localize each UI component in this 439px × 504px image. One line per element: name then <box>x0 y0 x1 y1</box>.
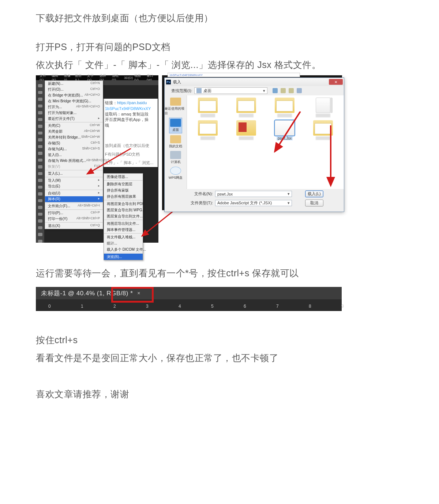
newfolder-icon[interactable] <box>289 88 294 93</box>
file-dialog-screenshot: 1bSPucTx94FD8WKrxXY Ps 载入 ✕ 查找范围(I): 桌面 … <box>162 75 342 210</box>
tool-button[interactable] <box>38 111 42 114</box>
sidebar-item-docs[interactable]: 我的文档 <box>169 135 182 149</box>
ps-toolbar <box>36 80 45 243</box>
script-submenu-item[interactable]: 载入多个 DICOM 文件... <box>104 246 143 253</box>
file-menu-item[interactable]: 退出(X)Ctrl+Q <box>45 223 103 229</box>
file-menu-item[interactable]: 打开为智能对象... <box>45 110 103 116</box>
script-submenu-item[interactable]: 图层复合导出到文件... <box>104 213 143 219</box>
back-icon[interactable] <box>273 88 278 93</box>
file-menu-item[interactable]: 在 Bridge 中浏览(B)...Alt+Ctrl+O <box>45 92 103 98</box>
ps-logo-icon: Ps <box>166 80 171 84</box>
file-menu-item[interactable]: 关闭(C)Ctrl+W <box>45 123 103 129</box>
tool-button[interactable] <box>38 165 42 168</box>
tool-button[interactable] <box>38 226 42 230</box>
file-menu-item[interactable]: 在 Mini Bridge 中浏览(G)... <box>45 98 103 104</box>
file-menu-item[interactable]: 打印(P)...Ctrl+P <box>45 210 103 216</box>
tool-button[interactable] <box>38 84 42 87</box>
file-item[interactable] <box>228 98 264 117</box>
tab-close-icon[interactable]: × <box>137 290 140 296</box>
file-item[interactable] <box>228 120 264 140</box>
file-menu-item[interactable]: 导出(E) ▸ <box>45 183 103 189</box>
file-menu-item[interactable]: 存储(S)Ctrl+S <box>45 140 103 146</box>
tool-button[interactable] <box>38 145 42 148</box>
close-icon[interactable]: ✕ <box>329 79 343 85</box>
file-menu-item[interactable]: 导入(M) ▸ <box>45 178 103 183</box>
file-item[interactable] <box>190 120 225 140</box>
look-in-value: 桌面 <box>203 88 211 94</box>
script-submenu-item[interactable]: 拼合所有图层效果 <box>104 193 143 200</box>
script-submenu-item[interactable]: 统计... <box>104 240 143 246</box>
sidebar-item-desk[interactable]: 桌面 <box>169 118 182 133</box>
file-menu-item[interactable]: 自动(U) ▸ <box>45 190 103 196</box>
script-submenu-item[interactable]: 将图层导出到文件... <box>104 220 143 227</box>
script-submenu-item[interactable]: 将图层复合导出到 PDF... <box>104 201 143 207</box>
tool-button[interactable] <box>38 98 42 101</box>
script-submenu[interactable]: 图像处理器...删除所有空图层拼合所有蒙版拼合所有图层效果将图层复合导出到 PD… <box>104 173 143 260</box>
paragraph-4b: 看看文件是不是变回正常大小，保存也正常了，也不卡顿了 <box>36 351 403 365</box>
script-submenu-item[interactable]: 浏览(B)... <box>104 254 143 260</box>
tool-button[interactable] <box>38 213 42 216</box>
file-menu-item[interactable]: 置入(L)... <box>45 171 103 177</box>
tool-button[interactable] <box>38 186 42 189</box>
file-menu-item[interactable]: 打开为...Alt+Shift+Ctrl+O <box>45 104 103 110</box>
file-menu-item[interactable]: 关闭全部Alt+Ctrl+W <box>45 129 103 134</box>
file-menu-item[interactable]: 签入(I)... <box>45 152 103 158</box>
script-submenu-item[interactable]: 图层复合导出到 WPG... <box>104 207 143 213</box>
menubar-item[interactable]: 3D(D) <box>124 76 133 80</box>
file-menu-item[interactable]: 恢复(V)F12 <box>45 164 103 170</box>
tool-button[interactable] <box>38 138 42 141</box>
file-menu-item[interactable]: 脚本(R) ▸ <box>45 196 103 202</box>
tool-button[interactable] <box>38 199 42 202</box>
tool-button[interactable] <box>38 206 42 209</box>
tool-button[interactable] <box>38 91 42 94</box>
file-item[interactable] <box>190 98 225 117</box>
file-item[interactable] <box>305 98 341 117</box>
script-submenu-item[interactable]: 图像处理器... <box>104 174 143 180</box>
tool-button[interactable] <box>38 125 42 128</box>
file-menu-item[interactable]: 文件简介(F)...Alt+Shift+Ctrl+I <box>45 203 103 209</box>
tool-button[interactable] <box>38 192 42 196</box>
tab-screenshot: 未标题-1 @ 40.4% (1, RGB/8) * × 0123456789 <box>36 287 342 311</box>
script-submenu-item[interactable]: 删除所有空图层 <box>104 181 143 187</box>
file-menu-item[interactable]: 存储为(A)...Shift+Ctrl+S <box>45 146 103 152</box>
file-menu-item[interactable]: 关闭并转到 Bridge...Shift+Ctrl+W <box>45 134 103 140</box>
sidebar-item-label: 桌面 <box>172 128 179 132</box>
tool-button[interactable] <box>38 105 42 108</box>
file-menu-item[interactable]: 存储为 Web 所用格式...Alt+Shift+Ctrl+S <box>45 158 103 164</box>
tool-button[interactable] <box>38 118 42 121</box>
pc-icon <box>170 151 181 159</box>
script-submenu-item[interactable]: 脚本事件管理器... <box>104 227 143 233</box>
tool-button[interactable] <box>38 172 42 175</box>
script-submenu-item[interactable]: 将文件载入堆栈... <box>104 234 143 240</box>
open-button[interactable]: 载入(L) <box>305 190 323 197</box>
sidebar-item-cloud[interactable]: WPS网盘 <box>169 167 183 180</box>
script-submenu-item[interactable]: 拼合所有蒙版 <box>104 187 143 193</box>
up-icon[interactable] <box>281 88 286 93</box>
file-menu-item[interactable]: 最近打开文件(T) ▸ <box>45 116 103 122</box>
folder-icon <box>236 120 256 136</box>
annotation-arrow-3 <box>271 111 304 155</box>
tool-button[interactable] <box>38 159 42 162</box>
folder-icon <box>198 98 218 113</box>
file-menu-item[interactable]: 打开(O)...Ctrl+O <box>45 87 103 92</box>
cancel-button[interactable]: 取消 <box>305 200 323 206</box>
figure-row: 文件(F)编辑(E)图像(I)图层(L)文字(Y)选择(S)滤镜(T)3D(D)… <box>36 75 403 243</box>
look-in-combo[interactable]: 桌面 ▾ <box>194 87 267 94</box>
paragraph-1: 下载好把文件放到桌面（也方便以后使用） <box>36 11 403 25</box>
tool-button[interactable] <box>38 219 42 223</box>
filetype-field[interactable]: Adobe JavaScript 文件 (*.JSX)▾ <box>215 200 292 206</box>
file-menu-item[interactable]: 打印一份(Y)Alt+Shift+Ctrl+P <box>45 216 103 222</box>
filename-field[interactable]: pswt.Jsx▾ <box>215 191 292 197</box>
file-menu[interactable]: 新建(N)...Ctrl+N打开(O)...Ctrl+O在 Bridge 中浏览… <box>45 80 103 229</box>
sidebar-item-recent[interactable]: 最近使用的项目 <box>165 98 187 116</box>
tool-button[interactable] <box>38 240 42 243</box>
tool-button[interactable] <box>38 179 42 182</box>
folder-icon <box>236 98 256 113</box>
tool-button[interactable] <box>38 152 42 155</box>
tool-button[interactable] <box>38 132 42 135</box>
file-menu-item[interactable]: 新建(N)...Ctrl+N <box>45 81 103 87</box>
ps-menubar: 文件(F)编辑(E)图像(I)图层(L)文字(Y)选择(S)滤镜(T)3D(D)… <box>36 75 158 80</box>
tool-button[interactable] <box>38 233 42 236</box>
sidebar-item-pc[interactable]: 计算机 <box>170 151 181 164</box>
view-icon[interactable] <box>297 88 302 93</box>
